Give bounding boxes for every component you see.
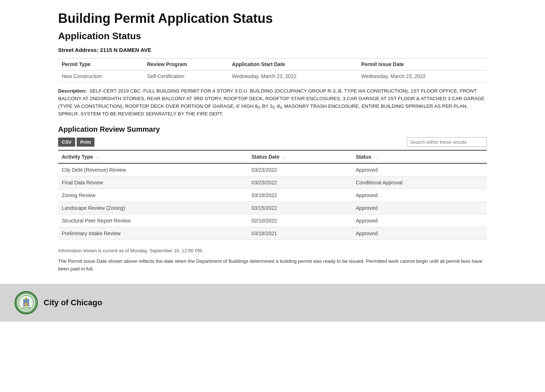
review-table-row: Landscape Review (Zoning)03/15/2022Appro… (58, 201, 487, 214)
permit-info-table: Permit Type Review Program Application S… (58, 58, 487, 82)
toolbar: CSV Print (58, 137, 487, 147)
activity-type-cell: Zoning Review (58, 189, 248, 201)
col-review-program: Review Program (144, 58, 228, 70)
sort-icon-activity[interactable]: ↑↓ (96, 155, 100, 159)
review-summary-title: Application Review Summary (58, 125, 487, 134)
status-cell: Approved (352, 214, 487, 227)
activity-type-cell: City Debt (Revenue) Review (58, 163, 248, 176)
col-activity-type: Activity Type ↑↓ (58, 150, 248, 163)
status-date-cell: 03/23/2022 (248, 176, 352, 189)
review-table-row: Zoning Review03/16/2022Approved (58, 189, 487, 201)
review-table-row: Structural Peer Report Review02/10/2022A… (58, 214, 487, 227)
status-cell: Approved (352, 163, 487, 176)
sort-icon-status[interactable]: ↑↓ (374, 155, 378, 159)
app-start-date-value: Wednesday, March 23, 2022 (228, 70, 358, 82)
col-status-date: Status Date ↑↓ (248, 150, 352, 163)
street-address-value: 2115 N DAMEN AVE (100, 47, 151, 53)
review-program-value: Self-Certification (144, 70, 228, 82)
permit-info-row: New Construction Self-Certification Wedn… (58, 70, 487, 82)
status-cell: Approved (352, 189, 487, 201)
description-block: Description: SELF-CERT 2019 CBC: FULL BU… (58, 87, 487, 118)
svg-rect-3 (25, 303, 28, 306)
search-input[interactable] (407, 137, 487, 147)
footer: CHICAGO City of Chicago (0, 284, 545, 322)
activity-type-cell: Final Data Review (58, 176, 248, 189)
activity-type-cell: Preliminary Intake Review (58, 227, 248, 240)
status-date-cell: 03/18/2021 (248, 227, 352, 240)
street-address-label: Street Address: (58, 47, 98, 53)
csv-button[interactable]: CSV (58, 138, 75, 147)
review-table-row: Final Data Review03/23/2022Conditional A… (58, 176, 487, 189)
activity-type-cell: Landscape Review (Zoning) (58, 201, 248, 214)
status-date-cell: 03/23/2022 (248, 163, 352, 176)
page-title: Building Permit Application Status (58, 11, 487, 26)
street-address: Street Address: 2115 N DAMEN AVE (58, 47, 487, 53)
print-button[interactable]: Print (77, 138, 95, 147)
review-table-row: City Debt (Revenue) Review03/23/2022Appr… (58, 163, 487, 176)
review-table: Activity Type ↑↓ Status Date ↑↓ Status ↑… (58, 150, 487, 240)
status-date-cell: 02/10/2022 (248, 214, 352, 227)
description-label: Description: (58, 88, 87, 94)
city-seal: CHICAGO (15, 291, 38, 314)
svg-text:CHICAGO: CHICAGO (22, 307, 31, 309)
permit-issue-date-value: Wednesday, March 23, 2022 (358, 70, 487, 82)
current-as-of-text: Information shown is current as of Monda… (58, 247, 487, 254)
col-permit-type: Permit Type (58, 58, 144, 70)
permit-type-value: New Construction (58, 70, 144, 82)
city-seal-svg: CHICAGO (16, 293, 36, 313)
status-date-cell: 03/16/2022 (248, 189, 352, 201)
status-cell: Approved (352, 227, 487, 240)
col-app-start-date: Application Start Date (228, 58, 358, 70)
status-cell: Conditional Approval (352, 176, 487, 189)
footer-city-name: City of Chicago (44, 298, 102, 307)
application-status-heading: Application Status (58, 30, 487, 42)
col-permit-issue-date: Permit Issue Date (358, 58, 487, 70)
status-cell: Approved (352, 201, 487, 214)
sort-icon-status-date[interactable]: ↑↓ (282, 155, 286, 159)
col-status: Status ↑↓ (352, 150, 487, 163)
permit-note-text: The Permit Issue Date shown above reflec… (58, 258, 487, 273)
review-table-row: Preliminary Intake Review03/18/2021Appro… (58, 227, 487, 240)
description-text: SELF-CERT 2019 CBC: FULL BUILDING PERMIT… (58, 88, 485, 117)
activity-type-cell: Structural Peer Report Review (58, 214, 248, 227)
toolbar-buttons: CSV Print (58, 138, 94, 147)
status-date-cell: 03/15/2022 (248, 201, 352, 214)
